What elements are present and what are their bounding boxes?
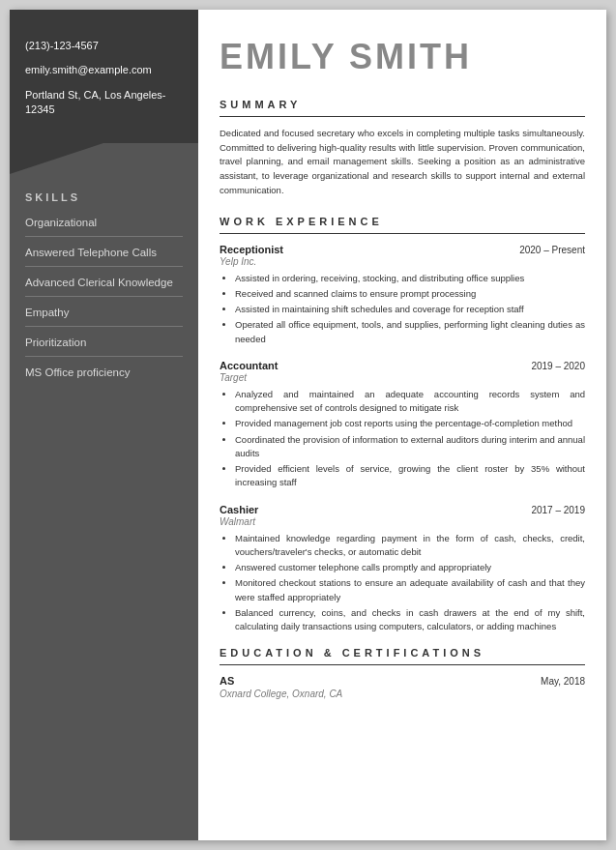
main-content: EMILY SMITH SUMMARY Dedicated and focuse…	[198, 10, 606, 840]
education-section: EDUCATION & CERTIFICATIONS AS May, 2018 …	[220, 647, 585, 699]
bullet: Received and scanned claims to ensure pr…	[235, 287, 585, 301]
job-bullets-0: Assisted in ordering, receiving, stockin…	[220, 272, 585, 346]
education-divider	[220, 664, 585, 665]
summary-text: Dedicated and focused secretary who exce…	[220, 127, 585, 198]
summary-section: SUMMARY Dedicated and focused secretary …	[220, 99, 585, 198]
job-title-1: Accountant	[220, 360, 279, 371]
phone: (213)-123-4567	[25, 39, 183, 53]
skill-item: Answered Telephone Calls	[25, 247, 183, 267]
skill-item: MS Office proficiency	[25, 366, 183, 386]
work-experience-section: WORK EXPERIENCE Receptionist 2020 – Pres…	[220, 216, 585, 634]
work-divider	[220, 233, 585, 234]
job-entry-0: Receptionist 2020 – Present Yelp Inc. As…	[220, 244, 585, 346]
summary-divider	[220, 116, 585, 117]
skill-item: Prioritization	[25, 337, 183, 357]
job-bullets-1: Analyzed and maintained an adequate acco…	[220, 388, 585, 490]
edu-date-0: May, 2018	[541, 676, 585, 687]
job-bullets-2: Maintained knowledge regarding payment i…	[220, 532, 585, 634]
bullet: Assisted in ordering, receiving, stockin…	[235, 272, 585, 285]
bullet: Provided management job cost reports usi…	[235, 417, 585, 430]
skills-title: SKILLS	[25, 191, 183, 203]
bullet: Monitored checkout stations to ensure an…	[235, 576, 585, 604]
bullet: Assisted in maintaining shift schedules …	[235, 303, 585, 316]
bullet: Coordinated the provision of information…	[235, 433, 585, 461]
work-title: WORK EXPERIENCE	[220, 216, 585, 227]
education-title: EDUCATION & CERTIFICATIONS	[220, 647, 585, 659]
job-dates-1: 2019 – 2020	[531, 361, 585, 371]
job-company-2: Walmart	[220, 516, 585, 527]
skill-item: Organizational	[25, 217, 183, 237]
job-entry-1: Accountant 2019 – 2020 Target Analyzed a…	[220, 360, 585, 490]
job-title-2: Cashier	[220, 504, 258, 515]
bullet: Answered customer telephone calls prompt…	[235, 561, 585, 574]
job-entry-2: Cashier 2017 – 2019 Walmart Maintained k…	[220, 504, 585, 634]
bullet: Provided efficient levels of service, gr…	[235, 462, 585, 490]
job-company-0: Yelp Inc.	[220, 256, 585, 267]
edu-header-0: AS May, 2018	[220, 675, 585, 687]
summary-title: SUMMARY	[220, 99, 585, 110]
job-dates-0: 2020 – Present	[519, 245, 585, 255]
edu-degree-0: AS	[220, 675, 234, 687]
address: Portland St, CA, Los Angeles-12345	[25, 88, 183, 118]
bullet: Operated all office equipment, tools, an…	[235, 318, 585, 346]
bullet: Balanced currency, coins, and checks in …	[235, 606, 585, 634]
sidebar-contact: (213)-123-4567 emily.smith@example.com P…	[10, 10, 198, 143]
edu-school-0: Oxnard College, Oxnard, CA	[220, 689, 585, 699]
bullet: Maintained knowledge regarding payment i…	[235, 532, 585, 560]
job-title-0: Receptionist	[220, 244, 283, 255]
edu-entry-0: AS May, 2018 Oxnard College, Oxnard, CA	[220, 675, 585, 699]
job-header-1: Accountant 2019 – 2020	[220, 360, 585, 371]
job-header-2: Cashier 2017 – 2019	[220, 504, 585, 515]
sidebar: (213)-123-4567 emily.smith@example.com P…	[10, 10, 198, 840]
email: emily.smith@example.com	[25, 63, 183, 77]
sidebar-triangle	[10, 143, 198, 174]
job-header-0: Receptionist 2020 – Present	[220, 244, 585, 255]
skills-section: SKILLS Organizational Answered Telephone…	[10, 174, 198, 411]
candidate-name: EMILY SMITH	[220, 37, 585, 77]
job-dates-2: 2017 – 2019	[531, 505, 585, 515]
job-company-1: Target	[220, 372, 585, 383]
bullet: Analyzed and maintained an adequate acco…	[235, 388, 585, 416]
skill-item: Advanced Clerical Knowledge	[25, 277, 183, 297]
skill-item: Empathy	[25, 307, 183, 327]
resume-wrapper: (213)-123-4567 emily.smith@example.com P…	[10, 10, 606, 840]
